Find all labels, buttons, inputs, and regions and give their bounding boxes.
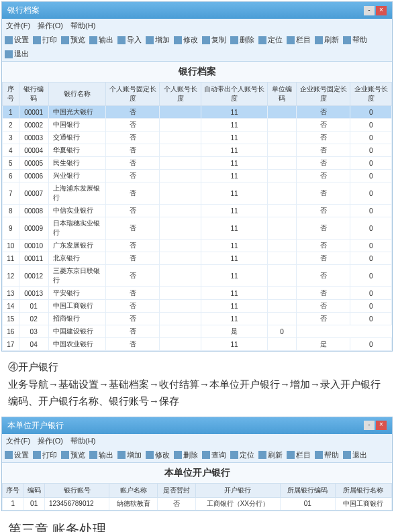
toolbar-退出[interactable]: 退出 <box>5 49 29 59</box>
account-table: 序号编码银行账号账户名称是否暂封开户银行所属银行编码所属银行名称 1011234… <box>2 483 392 511</box>
menu-bar: 文件(F) 操作(O) 帮助(H) <box>2 434 392 448</box>
menu-bar: 文件(F) 操作(O) 帮助(H) <box>2 19 392 33</box>
col-header: 是否暂封 <box>158 483 196 497</box>
toolbar-帮助[interactable]: 帮助 <box>343 35 367 45</box>
window-title: 银行档案 <box>7 5 40 16</box>
bank-archive-window: 银行档案 - × 文件(F) 操作(O) 帮助(H) 设置打印预览输出导入增加修… <box>1 1 393 352</box>
toolbar-输出[interactable]: 输出 <box>89 450 113 460</box>
toolbar-栏目[interactable]: 栏目 <box>287 35 311 45</box>
toolbar: 设置打印预览输出导入增加修改复制删除定位栏目刷新帮助退出 <box>2 33 392 62</box>
col-header: 序号 <box>3 483 23 497</box>
toolbar-栏目[interactable]: 栏目 <box>287 450 311 460</box>
table-row[interactable]: 1200012三菱东京日联银行否11否0 <box>3 265 392 287</box>
toolbar-预览[interactable]: 预览 <box>61 450 85 460</box>
menu-action[interactable]: 操作(O) <box>38 21 63 30</box>
toolbar-帮助[interactable]: 帮助 <box>315 450 339 460</box>
step4-path: 业务导航→基础设置→基础档案→收付结算→本单位开户银行→增加→录入开户银行编码、… <box>8 378 381 407</box>
step4-text: ④开户银行 业务导航→基础设置→基础档案→收付结算→本单位开户银行→增加→录入开… <box>0 353 394 415</box>
col-header: 开户银行 <box>195 483 280 497</box>
title-bar: 银行档案 - × <box>2 2 392 19</box>
table-row[interactable]: 800008中信实业银行否11否0 <box>3 205 392 217</box>
table-row[interactable]: 600006兴业银行否11否0 <box>3 170 392 182</box>
menu-help[interactable]: 帮助(H) <box>70 21 95 30</box>
window-title: 本单位开户银行 <box>7 420 64 431</box>
menu-action[interactable]: 操作(O) <box>38 437 63 445</box>
toolbar-刷新[interactable]: 刷新 <box>315 35 339 45</box>
toolbar-打印[interactable]: 打印 <box>33 35 57 45</box>
col-header: 账户名称 <box>109 483 158 497</box>
toolbar-删除[interactable]: 删除 <box>174 450 198 460</box>
toolbar: 设置打印预览输出增加修改删除查询定位刷新栏目帮助退出 <box>2 448 392 463</box>
table-row[interactable]: 1401中国工商银行否11否0 <box>3 300 392 313</box>
minimize-button[interactable]: - <box>364 421 375 430</box>
col-header: 自动带出个人账号长度 <box>201 83 267 106</box>
minimize-button[interactable]: - <box>364 6 375 15</box>
col-header: 所属银行编码 <box>280 483 335 497</box>
window-controls: - × <box>364 421 387 430</box>
col-header: 个人账号固定长度 <box>106 83 160 106</box>
col-header: 企业账号长度 <box>350 83 392 106</box>
toolbar-设置[interactable]: 设置 <box>5 450 29 460</box>
table-row[interactable]: 100001中国光大银行否11否0 <box>3 106 392 119</box>
account-bank-window: 本单位开户银行 - × 文件(F) 操作(O) 帮助(H) 设置打印预览输出增加… <box>1 417 393 511</box>
toolbar-打印[interactable]: 打印 <box>33 450 57 460</box>
title-bar: 本单位开户银行 - × <box>2 417 392 434</box>
toolbar-查询[interactable]: 查询 <box>202 450 226 460</box>
chapter-heading: 第三章 账务处理 <box>0 513 394 533</box>
table-row[interactable]: 900009日本瑞穗实业银行否11否0 <box>3 217 392 240</box>
toolbar-修改[interactable]: 修改 <box>146 450 170 460</box>
col-header: 银行账号 <box>44 483 109 497</box>
window-controls: - × <box>364 6 387 15</box>
table-row[interactable]: 200002中国银行否11否0 <box>3 119 392 131</box>
toolbar-修改[interactable]: 修改 <box>174 35 198 45</box>
bank-table: 序号银行编码银行名称个人账号固定长度个人账号长度自动带出个人账号长度单位编码企业… <box>2 82 392 351</box>
toolbar-复制[interactable]: 复制 <box>202 35 226 45</box>
table-row[interactable]: 400004华夏银行否11否0 <box>3 144 392 157</box>
toolbar-删除[interactable]: 删除 <box>230 35 254 45</box>
toolbar-刷新[interactable]: 刷新 <box>258 450 283 460</box>
table-row[interactable]: 300003交通银行否11否0 <box>3 131 392 144</box>
close-button[interactable]: × <box>376 6 387 15</box>
toolbar-退出[interactable]: 退出 <box>343 450 367 460</box>
close-button[interactable]: × <box>376 421 387 430</box>
col-header: 银行编码 <box>19 83 48 106</box>
col-header: 单位编码 <box>268 83 297 106</box>
toolbar-输出[interactable]: 输出 <box>89 35 113 45</box>
table-title: 本单位开户银行 <box>2 463 392 483</box>
col-header: 序号 <box>3 83 19 106</box>
col-header: 编码 <box>23 483 44 497</box>
table-title: 银行档案 <box>2 62 392 82</box>
table-row[interactable]: 500005民生银行否11否0 <box>3 157 392 170</box>
col-header: 企业账号固定长度 <box>296 83 350 106</box>
table-row[interactable]: 101123456789012纳德软教育否工商银行（XX分行）01中国工商银行 <box>3 497 392 510</box>
toolbar-增加[interactable]: 增加 <box>117 450 142 460</box>
table-row[interactable]: 1000010广东发展银行否11否0 <box>3 240 392 252</box>
table-row[interactable]: 1502招商银行否11否0 <box>3 313 392 325</box>
menu-help[interactable]: 帮助(H) <box>70 437 95 445</box>
toolbar-增加[interactable]: 增加 <box>146 35 170 45</box>
toolbar-预览[interactable]: 预览 <box>61 35 85 45</box>
table-row[interactable]: 1603中国建设银行否是0 <box>3 325 392 338</box>
col-header: 所属银行名称 <box>335 483 391 497</box>
toolbar-定位[interactable]: 定位 <box>258 35 283 45</box>
toolbar-导入[interactable]: 导入 <box>117 35 142 45</box>
col-header: 银行名称 <box>48 83 105 106</box>
table-row[interactable]: 1100011北京银行否11否0 <box>3 252 392 265</box>
table-row[interactable]: 700007上海浦东发展银行否11否0 <box>3 182 392 205</box>
table-row[interactable]: 1300013平安银行否11否0 <box>3 287 392 300</box>
toolbar-设置[interactable]: 设置 <box>5 35 29 45</box>
menu-file[interactable]: 文件(F) <box>6 437 30 445</box>
table-row[interactable]: 1704中国农业银行否11是0 <box>3 338 392 351</box>
menu-file[interactable]: 文件(F) <box>6 21 30 30</box>
toolbar-定位[interactable]: 定位 <box>230 450 254 460</box>
col-header: 个人账号长度 <box>160 83 201 106</box>
step4-num: ④开户银行 <box>8 361 58 372</box>
